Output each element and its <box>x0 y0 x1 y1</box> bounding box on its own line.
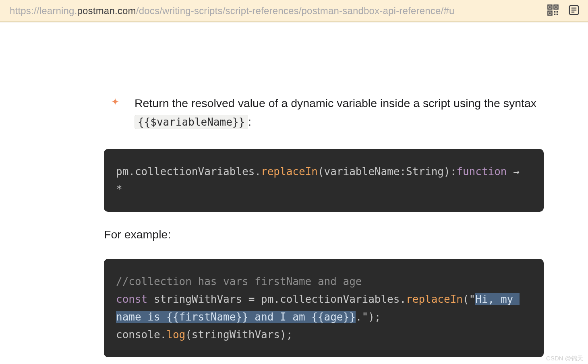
qr-code-icon[interactable] <box>547 4 559 18</box>
spark-icon: ✦ <box>104 94 119 110</box>
url-fragment: #u <box>443 5 454 16</box>
doc-page: ✦ Return the resolved value of a dynamic… <box>0 94 588 357</box>
inline-code-variablename: {{$variableName}} <box>135 115 248 129</box>
url-host: postman.com <box>77 5 136 16</box>
url-path: /docs/writing-scripts/script-references/… <box>136 5 444 16</box>
code-comment: //collection has vars firstName and age <box>116 275 362 287</box>
url-display[interactable]: https://learning.postman.com/docs/writin… <box>10 5 547 17</box>
bullet-text-after: : <box>248 115 251 128</box>
svg-rect-6 <box>554 11 556 12</box>
site-header-placeholder <box>0 23 588 55</box>
watermark: CSDN @锦天 <box>546 355 583 362</box>
browser-url-bar: https://learning.postman.com/docs/writin… <box>0 0 588 22</box>
code-seg: stringWithVars = pm.collectionVariables. <box>147 293 406 305</box>
code-fn-replacein: replaceIn <box>406 293 463 305</box>
code-seg-kw: function <box>456 165 507 178</box>
svg-rect-8 <box>554 13 556 15</box>
code-block-signature: pm.collectionVariables.replaceIn(variabl… <box>104 149 544 212</box>
code-seg: ."); <box>356 311 381 323</box>
bullet-text: Return the resolved value of a dynamic v… <box>135 94 544 131</box>
code-block-example: //collection has vars firstName and age … <box>104 259 544 357</box>
doc-content: ✦ Return the resolved value of a dynamic… <box>104 94 544 357</box>
svg-rect-9 <box>557 13 558 15</box>
code-kw-const: const <box>116 293 147 305</box>
code-seg: console. <box>116 329 166 341</box>
bullet-item: ✦ Return the resolved value of a dynamic… <box>104 94 544 131</box>
svg-rect-4 <box>555 6 557 8</box>
code-fn-log: log <box>166 329 185 341</box>
url-bar-tools <box>547 4 582 18</box>
for-example-label: For example: <box>104 228 544 241</box>
bullet-text-before: Return the resolved value of a dynamic v… <box>135 97 536 110</box>
svg-rect-7 <box>557 11 558 12</box>
url-scheme-host-prefix: https://learning. <box>10 5 77 16</box>
svg-rect-5 <box>549 12 551 14</box>
code-seg: (" <box>463 293 475 305</box>
code-seg: (stringWithVars); <box>185 329 292 341</box>
code-seg: (variableName:String): <box>318 165 456 178</box>
code-seg: pm.collectionVariables. <box>116 165 261 178</box>
reader-mode-icon[interactable] <box>568 4 580 18</box>
svg-rect-3 <box>549 6 551 8</box>
code-seg-fn: replaceIn <box>261 165 318 178</box>
